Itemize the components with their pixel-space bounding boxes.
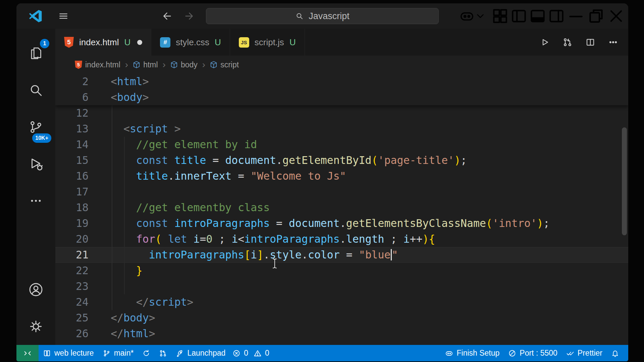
chevron-right-icon: › [124, 60, 129, 69]
line-number[interactable]: 2 [55, 74, 111, 89]
code-line-20[interactable]: 20 for( let i=0 ; i<introParagraphs.leng… [55, 231, 628, 247]
line-number[interactable]: 12 [55, 105, 111, 121]
code-text: //get element by id [111, 137, 257, 153]
status-item-pr[interactable] [155, 345, 171, 361]
code-line-12[interactable]: 12 [55, 105, 628, 121]
html-file-icon: 5 [75, 61, 82, 69]
ellipsis-button[interactable] [608, 37, 618, 47]
status-bar: web lecturemain*Launchpad00 Finish Setup… [16, 345, 628, 361]
screen-background: Javascript 110K+ 5index.htmlU#style.cssU… [0, 0, 644, 362]
activity-item-account[interactable] [16, 271, 55, 308]
code-line-16[interactable]: 16 title.innerText = "Welcome to Js" [55, 168, 628, 184]
code-text: </html> [111, 326, 155, 342]
activity-item-debug[interactable] [16, 145, 55, 182]
activity-item-more[interactable] [16, 182, 55, 219]
activity-item-gear[interactable] [16, 308, 55, 345]
tab-script.js[interactable]: JSscript.jsU [230, 29, 305, 56]
layout-right-button[interactable] [547, 3, 566, 29]
line-number[interactable]: 6 [55, 89, 111, 105]
code-text: const title = document.getElementById('p… [111, 153, 467, 168]
code-lines: 1213 <script >14 //get element by id15 c… [55, 105, 628, 342]
code-line-14[interactable]: 14 //get element by id [55, 137, 628, 153]
branch-icon [103, 349, 111, 357]
split-button[interactable] [585, 37, 595, 47]
line-number[interactable]: 24 [55, 294, 111, 310]
line-number[interactable]: 20 [55, 231, 111, 247]
activity-item-scm[interactable]: 10K+ [16, 109, 55, 145]
code-line-15[interactable]: 15 const title = document.getElementById… [55, 153, 628, 168]
breadcrumb-item-script[interactable]: script [210, 60, 239, 69]
status-item-port-5500[interactable]: Port : 5500 [504, 345, 562, 361]
activity-item-search-big[interactable] [16, 72, 55, 109]
line-number[interactable]: 25 [55, 310, 111, 326]
pr-button[interactable] [562, 37, 573, 47]
code-line-26[interactable]: 26</html> [55, 326, 628, 342]
editor[interactable]: 2<html>6<body> 1213 <script >14 //get el… [55, 74, 628, 345]
tab-style.css[interactable]: #style.cssU [151, 29, 230, 56]
status-item-prettier[interactable]: Prettier [562, 345, 607, 361]
book-icon [43, 349, 51, 357]
code-line-17[interactable]: 17 [55, 184, 628, 200]
minimize-button[interactable] [566, 3, 586, 29]
status-item-remote[interactable] [16, 345, 39, 361]
status-item-0[interactable]: 0 [230, 345, 251, 361]
status-label: 0 [244, 349, 248, 358]
editor-scrollbar[interactable] [622, 127, 627, 235]
code-line-25[interactable]: 25</body> [55, 310, 628, 326]
activity-item-files[interactable]: 1 [16, 35, 55, 72]
code-text: <script > [111, 121, 181, 137]
line-number[interactable]: 23 [55, 279, 111, 294]
symbol-box-icon [133, 61, 140, 68]
status-item-web-lecture[interactable]: web lecture [39, 345, 98, 361]
line-number[interactable]: 22 [55, 263, 111, 279]
breadcrumb-item-body[interactable]: body [170, 60, 198, 69]
line-number[interactable]: 17 [55, 184, 111, 200]
line-number[interactable]: 13 [55, 121, 111, 137]
git-status-untracked: U [215, 37, 221, 48]
bell-icon [611, 349, 619, 357]
code-line-24[interactable]: 24 </script> [55, 294, 628, 310]
back-icon[interactable] [162, 11, 173, 21]
status-label: web lecture [54, 349, 94, 358]
code-line-18[interactable]: 18 //get elementby class [55, 200, 628, 216]
tab-index.html[interactable]: 5index.htmlU [55, 29, 151, 56]
debug-icon [28, 156, 44, 172]
breadcrumb-item-index.html[interactable]: 5index.html [75, 60, 120, 69]
chevron-down-icon[interactable] [475, 3, 486, 29]
menu-icon[interactable] [58, 11, 69, 21]
breadcrumb-item-html[interactable]: html [133, 60, 158, 69]
code-line-22[interactable]: 22 } [55, 263, 628, 279]
code-line-21[interactable]: 21 introParagraphs[i].style.color = "blu… [55, 247, 628, 263]
code-line-19[interactable]: 19 const introParagraphs = document.getE… [55, 216, 628, 231]
tab-bar: 5index.htmlU#style.cssUJSscript.jsU [55, 29, 628, 56]
layout-left-button[interactable] [509, 3, 528, 29]
status-item-launchpad[interactable]: Launchpad [171, 345, 230, 361]
code-line-6[interactable]: 6<body> [55, 89, 628, 105]
text-caret [391, 249, 392, 260]
status-item-finish-setup[interactable]: Finish Setup [441, 345, 504, 361]
line-number[interactable]: 21 [55, 247, 111, 263]
status-item-bell[interactable] [607, 345, 624, 361]
status-item-sync[interactable] [138, 345, 155, 361]
code-line-13[interactable]: 13 <script > [55, 121, 628, 137]
layout-grid-button[interactable] [491, 3, 509, 29]
restore-button[interactable] [586, 3, 606, 29]
forward-icon[interactable] [183, 11, 194, 21]
status-item-main-[interactable]: main* [98, 345, 138, 361]
run-button[interactable] [540, 37, 550, 47]
line-number[interactable]: 18 [55, 200, 111, 216]
sticky-scroll: 2<html>6<body> [55, 74, 628, 105]
code-line-2[interactable]: 2<html> [55, 74, 628, 89]
line-number[interactable]: 26 [55, 326, 111, 342]
close-button[interactable] [606, 3, 626, 29]
line-number[interactable]: 16 [55, 168, 111, 184]
copilot-button[interactable] [459, 3, 475, 29]
command-center-search[interactable]: Javascript [206, 8, 439, 24]
code-line-23[interactable]: 23 [55, 279, 628, 294]
status-item-0[interactable]: 0 [251, 345, 272, 361]
line-number[interactable]: 15 [55, 153, 111, 168]
unsaved-dot-icon[interactable] [137, 40, 142, 45]
line-number[interactable]: 19 [55, 216, 111, 231]
line-number[interactable]: 14 [55, 137, 111, 153]
layout-bottom-button[interactable] [528, 3, 547, 29]
